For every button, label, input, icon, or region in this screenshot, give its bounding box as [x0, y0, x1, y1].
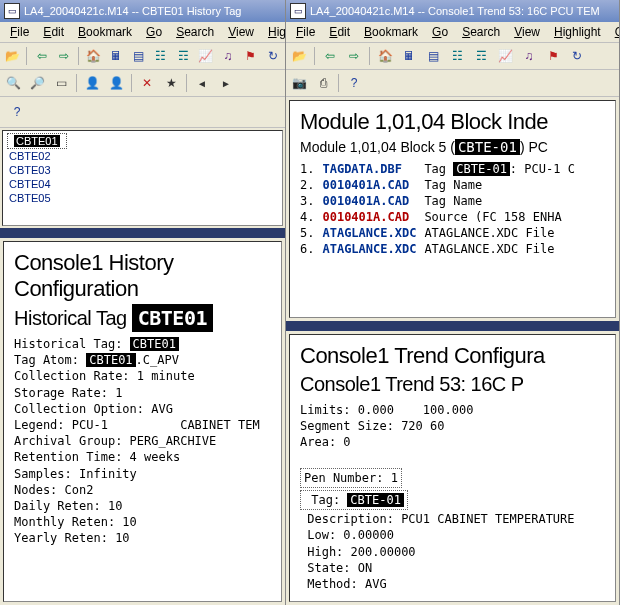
open-icon[interactable]: 📂 — [2, 45, 22, 67]
prev-icon[interactable]: ◄ — [191, 72, 213, 94]
next-icon[interactable]: ► — [215, 72, 237, 94]
calc-icon[interactable]: 🖩 — [398, 45, 420, 67]
trend-properties: Limits: 0.000 100.000 Segment Size: 720 … — [300, 402, 605, 602]
list-item[interactable]: CBTE02 — [3, 149, 282, 163]
menu-go[interactable]: Go — [426, 24, 454, 40]
pen1-tag-dotted: Tag: CBTE-01 — [300, 490, 408, 510]
help-icon[interactable]: ? — [343, 72, 365, 94]
menubar-right: File Edit Bookmark Go Search View Highli… — [286, 22, 619, 43]
find2-icon[interactable]: 👤 — [105, 72, 127, 94]
menu-view[interactable]: View — [222, 24, 260, 40]
menu-search[interactable]: Search — [456, 24, 506, 40]
history-heading: Console1 History Configuration — [14, 250, 271, 302]
app-icon: ▭ — [290, 3, 306, 19]
forward-icon[interactable]: ⇨ — [343, 45, 365, 67]
table-row[interactable]: 1. TAGDATA.DBF Tag CBTE-01: PCU-1 C — [300, 161, 583, 177]
menu-bookmark[interactable]: Bookmark — [358, 24, 424, 40]
tree-icon[interactable]: ☷ — [446, 45, 468, 67]
tag-pill: CBTE01 — [132, 304, 213, 332]
help-icon[interactable]: ? — [6, 101, 28, 123]
list-item[interactable]: CBTE04 — [3, 177, 282, 191]
page-icon[interactable]: ▭ — [50, 72, 72, 94]
app-icon: ▭ — [4, 3, 20, 19]
trend-subheading: Console1 Trend 53: 16C P — [300, 373, 605, 396]
home-icon[interactable]: 🏠 — [83, 45, 103, 67]
refresh-icon[interactable]: ↻ — [566, 45, 588, 67]
chart-icon[interactable]: 📈 — [195, 45, 215, 67]
table-row[interactable]: 4. 0010401A.CAD Source (FC 158 ENHA — [300, 209, 583, 225]
flag-icon[interactable]: ⚑ — [542, 45, 564, 67]
menu-bookmark[interactable]: Bookmark — [72, 24, 138, 40]
list-item[interactable]: CBTE03 — [3, 163, 282, 177]
print-icon[interactable]: ⎙ — [312, 72, 334, 94]
helpbar-left: ? — [0, 97, 285, 128]
back-icon[interactable]: ⇦ — [319, 45, 341, 67]
table-row[interactable]: 6. ATAGLANCE.XDC ATAGLANCE.XDC File — [300, 241, 583, 257]
menu-options[interactable]: Options... — [609, 24, 620, 40]
home-icon[interactable]: 🏠 — [374, 45, 396, 67]
toolbar-right-row2: 📷 ⎙ ? — [286, 70, 619, 97]
close-icon[interactable]: ✕ — [136, 72, 158, 94]
menu-file[interactable]: File — [4, 24, 35, 40]
historical-tag-heading: Historical Tag CBTE01 — [14, 306, 271, 330]
star-icon[interactable]: ★ — [160, 72, 182, 94]
tree2-icon[interactable]: ☶ — [173, 45, 193, 67]
menu-highlight[interactable]: Highlight — [262, 24, 286, 40]
menu-highlight[interactable]: Highlight — [548, 24, 607, 40]
tree2-icon[interactable]: ☶ — [470, 45, 492, 67]
open-icon[interactable]: 📂 — [288, 45, 310, 67]
block-index-pane: Module 1,01,04 Block Inde Module 1,01,04… — [289, 100, 616, 318]
sheet-icon[interactable]: ▤ — [128, 45, 148, 67]
pane-divider[interactable] — [286, 321, 619, 331]
chart-icon[interactable]: 📈 — [494, 45, 516, 67]
forward-icon[interactable]: ⇨ — [54, 45, 74, 67]
window-titlebar-left: ▭ LA4_20040421c.M14 -- CBTE01 History Ta… — [0, 0, 285, 22]
block-subheading: Module 1,01,04 Block 5 (CBTE-01) PC — [300, 139, 605, 155]
xref-table: 1. TAGDATA.DBF Tag CBTE-01: PCU-1 C 2. 0… — [300, 161, 583, 257]
pen1-num-dotted: Pen Number: 1 — [300, 468, 402, 488]
toolbar-left-row2: 🔍 🔎 ▭ 👤 👤 ✕ ★ ◄ ► — [0, 70, 285, 97]
tree-icon[interactable]: ☷ — [150, 45, 170, 67]
window-title-left: LA4_20040421c.M14 -- CBTE01 History Tag — [24, 5, 241, 17]
trend-heading: Console1 Trend Configura — [300, 343, 605, 369]
zoom-in-icon[interactable]: 🔍 — [2, 72, 24, 94]
menu-edit[interactable]: Edit — [323, 24, 356, 40]
toolbar-right-row1: 📂 ⇦ ⇨ 🏠 🖩 ▤ ☷ ☶ 📈 ♫ ⚑ ↻ — [286, 43, 619, 70]
window-title-right: LA4_20040421c.M14 -- Console1 Trend 53: … — [310, 5, 600, 17]
window-titlebar-right: ▭ LA4_20040421c.M14 -- Console1 Trend 53… — [286, 0, 619, 22]
sheet-icon[interactable]: ▤ — [422, 45, 444, 67]
find-icon[interactable]: 👤 — [81, 72, 103, 94]
list-item[interactable]: CBTE01 — [7, 133, 67, 149]
toolbar-left-row1: 📂 ⇦ ⇨ 🏠 🖩 ▤ ☷ ☶ 📈 ♫ ⚑ ↻ — [0, 43, 285, 70]
menu-search[interactable]: Search — [170, 24, 220, 40]
menu-go[interactable]: Go — [140, 24, 168, 40]
block-heading: Module 1,01,04 Block Inde — [300, 109, 605, 135]
history-properties: Historical Tag: CBTE01 Tag Atom: CBTE01.… — [14, 336, 271, 546]
table-row[interactable]: 5. ATAGLANCE.XDC ATAGLANCE.XDC File — [300, 225, 583, 241]
menu-edit[interactable]: Edit — [37, 24, 70, 40]
menu-file[interactable]: File — [290, 24, 321, 40]
trend-config-pane: Console1 Trend Configura Console1 Trend … — [289, 334, 616, 602]
pane-divider[interactable] — [0, 228, 285, 238]
menubar-left: File Edit Bookmark Go Search View Highli… — [0, 22, 285, 43]
notes-icon[interactable]: ♫ — [218, 45, 238, 67]
calc-icon[interactable]: 🖩 — [106, 45, 126, 67]
history-config-pane: Console1 History Configuration Historica… — [3, 241, 282, 602]
list-item[interactable]: CBTE05 — [3, 191, 282, 205]
tag-listbox[interactable]: CBTE01 CBTE02 CBTE03 CBTE04 CBTE05 — [2, 130, 283, 226]
zoom-out-icon[interactable]: 🔎 — [26, 72, 48, 94]
table-row[interactable]: 2. 0010401A.CAD Tag Name — [300, 177, 583, 193]
flag-icon[interactable]: ⚑ — [240, 45, 260, 67]
menu-view[interactable]: View — [508, 24, 546, 40]
camera-icon[interactable]: 📷 — [288, 72, 310, 94]
notes-icon[interactable]: ♫ — [518, 45, 540, 67]
refresh-icon[interactable]: ↻ — [263, 45, 283, 67]
back-icon[interactable]: ⇦ — [31, 45, 51, 67]
table-row[interactable]: 3. 0010401A.CAD Tag Name — [300, 193, 583, 209]
